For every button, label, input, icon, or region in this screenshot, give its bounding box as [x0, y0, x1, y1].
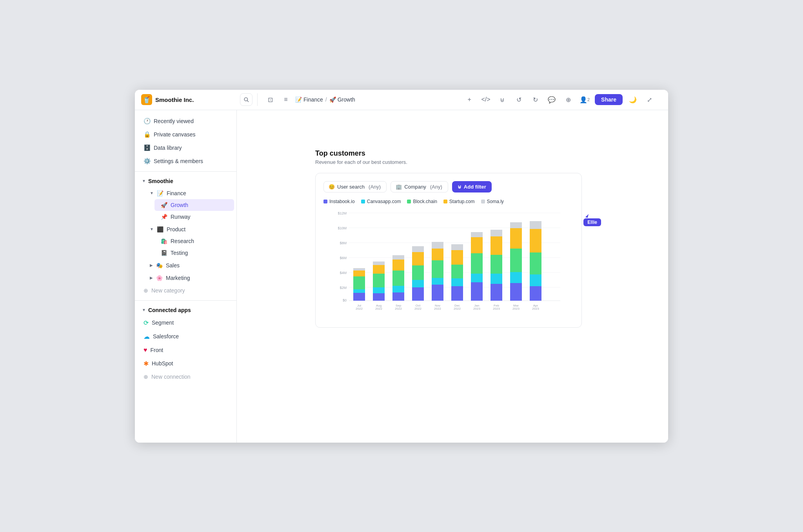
- bar-aug-instabook: [373, 293, 385, 301]
- legend-dot-canvasapp: [361, 200, 365, 203]
- bar-nov-soma: [432, 242, 443, 249]
- redo-icon[interactable]: ↻: [529, 93, 541, 106]
- sidebar-item-settings-label: Settings & members: [154, 158, 203, 164]
- sidebar-item-recently-viewed[interactable]: 🕐 Recently viewed: [137, 115, 234, 127]
- filter-bar: 😊 User search (Any) 🏢 Company (Any) ⊎ Ad…: [323, 181, 574, 192]
- sidebar-item-front[interactable]: ♥ Front: [137, 344, 234, 356]
- sidebar-item-runway[interactable]: 📌 Runway: [154, 211, 234, 223]
- chart-area: $12M $10M $8M $6M $4M $2M $0: [323, 210, 574, 320]
- sidebar-item-private-canvases[interactable]: 🔒 Private canvases: [137, 128, 234, 141]
- bar-feb-canvas: [491, 274, 502, 284]
- chevron-down-finance-icon: ▼: [150, 191, 154, 195]
- sidebar-divider-1: [135, 171, 236, 172]
- search-button[interactable]: [240, 93, 253, 106]
- legend-dot-block: [407, 200, 411, 203]
- users-icon[interactable]: 👤 2: [578, 93, 591, 106]
- new-category-button[interactable]: ⊕ New category: [137, 285, 234, 296]
- main-content: Top customers Revenue for each of our be…: [237, 110, 668, 443]
- sidebar-item-sales[interactable]: ▶ 🎭 Sales: [144, 260, 234, 271]
- legend-startup: Startup.com: [443, 199, 475, 204]
- sidebar-item-product[interactable]: ▼ ⬛ Product: [144, 223, 234, 235]
- sidebar-item-hubspot-label: HubSpot: [152, 360, 173, 367]
- theme-toggle-icon[interactable]: 🌙: [627, 93, 639, 106]
- sidebar-item-research[interactable]: 🛍️ Research: [154, 235, 234, 247]
- company-value: (Any): [430, 184, 442, 190]
- sidebar-item-research-label: Research: [171, 238, 194, 244]
- hubspot-icon: ✱: [144, 360, 149, 367]
- svg-text:2022: 2022: [414, 307, 421, 310]
- company-label: Company: [404, 184, 426, 190]
- company-filter[interactable]: 🏢 Company (Any): [391, 181, 448, 192]
- app-logo: 🥤 Smoothie Inc.: [141, 94, 235, 105]
- sidebar-item-salesforce-label: Salesforce: [153, 333, 179, 340]
- bar-aug-startup: [373, 265, 385, 274]
- share-button[interactable]: Share: [595, 94, 623, 105]
- menu-icon[interactable]: ≡: [280, 93, 292, 106]
- breadcrumb-growth[interactable]: 🚀 Growth: [329, 96, 355, 103]
- legend-instabook: Instabook.io: [323, 199, 355, 204]
- sidebar-item-growth[interactable]: 🚀 Growth: [154, 199, 234, 211]
- legend-label-block: Block.chain: [413, 199, 437, 204]
- filter-icon[interactable]: ⊎: [496, 93, 509, 106]
- svg-text:2022: 2022: [395, 307, 402, 310]
- sidebar-workspace-header[interactable]: ▼ Smoothie: [137, 176, 234, 187]
- sidebar-item-data-library[interactable]: 🗄️ Data library: [137, 142, 234, 154]
- code-icon[interactable]: </>: [480, 93, 492, 106]
- bar-feb-block: [491, 255, 502, 274]
- sidebar-item-testing-label: Testing: [171, 250, 188, 256]
- sidebar-item-segment[interactable]: ⟳ Segment: [137, 316, 234, 329]
- fullscreen-icon[interactable]: ⤢: [643, 93, 656, 106]
- sidebar-item-salesforce[interactable]: ☁ Salesforce: [137, 330, 234, 343]
- sidebar-item-finance-label: Finance: [167, 190, 186, 196]
- user-search-value: (Any): [369, 184, 381, 190]
- layers-icon[interactable]: ⊕: [562, 93, 574, 106]
- svg-text:$6M: $6M: [340, 256, 347, 260]
- svg-text:2022: 2022: [356, 307, 363, 310]
- bar-jul-block: [353, 276, 365, 289]
- add-icon[interactable]: +: [463, 93, 476, 106]
- sidebar-item-private-canvases-label: Private canvases: [154, 131, 196, 138]
- titlebar: 🥤 Smoothie Inc. ⊡ ≡ 📝 Finance / 🚀 Growth: [135, 90, 668, 110]
- sidebar-item-marketing-label: Marketing: [166, 275, 190, 281]
- svg-text:$12M: $12M: [338, 211, 347, 215]
- bar-apr-startup: [530, 229, 541, 252]
- sidebar-item-finance[interactable]: ▼ 📝 Finance: [144, 187, 234, 199]
- comment-icon[interactable]: 💬: [545, 93, 558, 106]
- bar-mar-canvas: [510, 272, 522, 283]
- plus-connection-icon: ⊕: [144, 374, 148, 380]
- bar-feb-instabook: [491, 284, 502, 301]
- database-icon: 🗄️: [144, 144, 151, 151]
- new-connection-button[interactable]: ⊕ New connection: [137, 371, 234, 383]
- user-search-filter[interactable]: 😊 User search (Any): [323, 181, 387, 192]
- undo-icon[interactable]: ↺: [512, 93, 525, 106]
- breadcrumb-finance[interactable]: 📝 Finance: [295, 96, 323, 103]
- sidebar-item-testing[interactable]: 📓 Testing: [154, 247, 234, 259]
- bar-sep-canvas: [392, 286, 404, 292]
- sidebar-item-recently-viewed-label: Recently viewed: [154, 118, 194, 124]
- chevron-down-apps-icon: ▼: [142, 308, 146, 312]
- bar-nov-canvas: [432, 278, 443, 285]
- svg-text:2022: 2022: [454, 307, 461, 310]
- add-filter-label: Add filter: [464, 184, 486, 190]
- filter-icon-btn: ⊎: [458, 184, 461, 190]
- sidebar-item-settings[interactable]: ⚙️ Settings & members: [137, 155, 234, 167]
- svg-line-1: [247, 100, 248, 102]
- legend-label-soma: Soma.ly: [487, 199, 504, 204]
- connected-apps-header[interactable]: ▼ Connected apps: [137, 305, 234, 316]
- rocket-icon: 🚀: [161, 202, 167, 208]
- layout-toggle-icon[interactable]: ⊡: [264, 93, 276, 106]
- bar-aug-canvas: [373, 287, 385, 293]
- testing-icon: 📓: [161, 250, 167, 256]
- sidebar-item-hubspot[interactable]: ✱ HubSpot: [137, 357, 234, 370]
- sidebar: 🕐 Recently viewed 🔒 Private canvases 🗄️ …: [135, 110, 237, 443]
- clock-icon: 🕐: [144, 118, 151, 125]
- svg-text:2023: 2023: [473, 307, 480, 310]
- product-icon: ⬛: [157, 226, 164, 232]
- breadcrumb: 📝 Finance / 🚀 Growth: [295, 96, 355, 103]
- svg-text:$2M: $2M: [340, 286, 347, 290]
- bar-apr-canvas: [530, 274, 541, 286]
- pin-icon: 📌: [161, 214, 167, 220]
- add-filter-button[interactable]: ⊎ Add filter: [452, 181, 492, 192]
- sidebar-item-marketing[interactable]: ▶ 🌸 Marketing: [144, 272, 234, 284]
- bar-nov-instabook: [432, 285, 443, 301]
